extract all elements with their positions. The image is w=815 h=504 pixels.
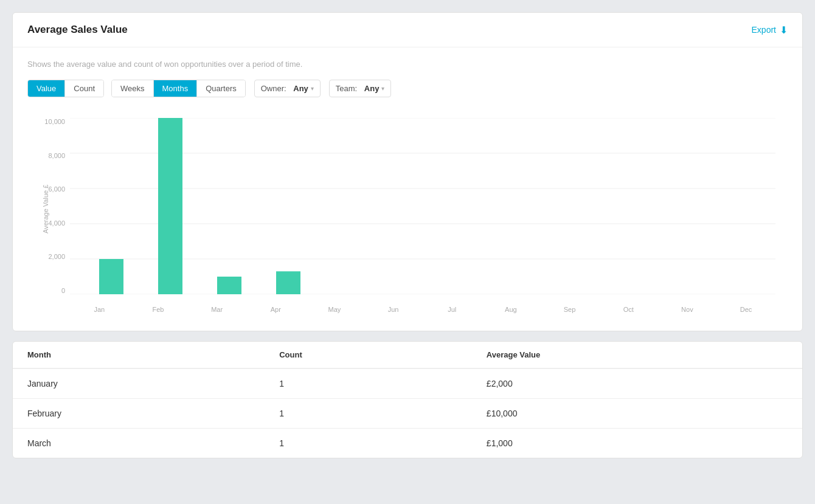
period-quarters[interactable]: Quarters xyxy=(197,80,245,97)
bar-feb xyxy=(158,118,182,294)
x-label-nov: Nov xyxy=(658,306,717,313)
table-row: February 1 £10,000 xyxy=(13,399,802,429)
owner-filter[interactable]: Owner: Any ▾ xyxy=(254,80,321,97)
row-avg-value: £2,000 xyxy=(472,368,802,399)
team-filter-value: Any xyxy=(364,84,380,93)
x-label-may: May xyxy=(305,306,364,313)
view-toggle-value[interactable]: Value xyxy=(28,80,65,97)
y-tick-10000: 10,000 xyxy=(44,118,65,125)
chart-card: Average Sales Value Export ⬇ Shows the a… xyxy=(12,12,803,331)
owner-filter-label: Owner: xyxy=(261,84,286,93)
controls-bar: Value Count Weeks Months Quarters Owner:… xyxy=(27,80,788,97)
y-tick-2000: 2,000 xyxy=(48,253,65,260)
chart-card-body: Shows the average value and count of won… xyxy=(13,47,802,331)
row-count: 1 xyxy=(265,429,472,458)
row-count: 1 xyxy=(265,399,472,429)
chart-area xyxy=(70,118,775,294)
x-label-dec: Dec xyxy=(716,306,775,313)
period-months[interactable]: Months xyxy=(154,80,198,97)
col-count: Count xyxy=(265,342,472,368)
export-button[interactable]: Export ⬇ xyxy=(752,24,788,36)
period-toggle-group: Weeks Months Quarters xyxy=(111,80,246,97)
x-label-jul: Jul xyxy=(423,306,482,313)
col-month: Month xyxy=(13,342,265,368)
team-filter-chevron: ▾ xyxy=(381,85,384,92)
owner-filter-chevron: ▾ xyxy=(311,85,314,92)
row-month: March xyxy=(13,429,265,458)
row-month: January xyxy=(13,368,265,399)
period-weeks[interactable]: Weeks xyxy=(112,80,154,97)
x-label-mar: Mar xyxy=(187,306,246,313)
view-toggle-count[interactable]: Count xyxy=(65,80,103,97)
bar-jan xyxy=(99,259,123,294)
view-toggle-group: Value Count xyxy=(27,80,104,97)
team-filter[interactable]: Team: Any ▾ xyxy=(329,80,392,97)
data-table: Month Count Average Value January 1 £2,0… xyxy=(13,342,802,458)
export-icon: ⬇ xyxy=(780,24,788,36)
y-tick-0: 0 xyxy=(61,287,65,294)
chart-svg xyxy=(70,118,775,294)
table-body: January 1 £2,000 February 1 £10,000 Marc… xyxy=(13,368,802,458)
y-tick-8000: 8,000 xyxy=(48,152,65,159)
x-label-jun: Jun xyxy=(364,306,423,313)
team-filter-label: Team: xyxy=(336,84,357,93)
table-row: January 1 £2,000 xyxy=(13,368,802,399)
chart-description: Shows the average value and count of won… xyxy=(27,60,788,69)
bar-chart: Average Value £ xyxy=(27,112,788,319)
table-row: March 1 £1,000 xyxy=(13,429,802,458)
row-count: 1 xyxy=(265,368,472,399)
table-header: Month Count Average Value xyxy=(13,342,802,368)
x-label-feb: Feb xyxy=(129,306,188,313)
chart-title: Average Sales Value xyxy=(27,24,128,36)
row-avg-value: £10,000 xyxy=(472,399,802,429)
export-label: Export xyxy=(752,25,776,35)
row-month: February xyxy=(13,399,265,429)
owner-filter-value: Any xyxy=(293,84,308,93)
row-avg-value: £1,000 xyxy=(472,429,802,458)
x-label-oct: Oct xyxy=(599,306,658,313)
col-avg-value: Average Value xyxy=(472,342,802,368)
x-label-apr: Apr xyxy=(246,306,305,313)
data-table-card: Month Count Average Value January 1 £2,0… xyxy=(12,341,803,458)
x-label-aug: Aug xyxy=(482,306,541,313)
bar-mar xyxy=(217,277,241,294)
chart-card-header: Average Sales Value Export ⬇ xyxy=(13,13,802,47)
y-tick-4000: 4,000 xyxy=(48,219,65,227)
x-label-sep: Sep xyxy=(540,306,599,313)
y-tick-6000: 6,000 xyxy=(48,185,65,193)
x-label-jan: Jan xyxy=(70,306,129,313)
bar-apr xyxy=(276,271,300,294)
